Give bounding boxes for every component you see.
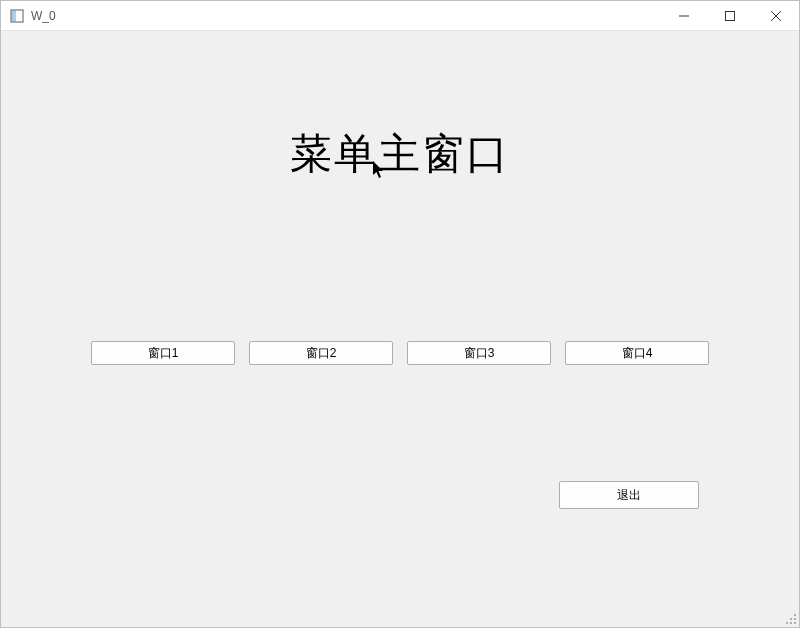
- svg-point-11: [794, 622, 796, 624]
- page-title: 菜单主窗口: [1, 126, 799, 182]
- svg-point-7: [790, 618, 792, 620]
- svg-rect-3: [726, 11, 735, 20]
- resize-grip-icon[interactable]: [783, 611, 797, 625]
- client-area: 菜单主窗口 窗口1 窗口2 窗口3 窗口4 退出: [1, 31, 799, 627]
- close-button[interactable]: [753, 1, 799, 30]
- svg-point-8: [794, 618, 796, 620]
- window-1-button[interactable]: 窗口1: [91, 341, 235, 365]
- minimize-button[interactable]: [661, 1, 707, 30]
- svg-rect-1: [11, 10, 16, 22]
- svg-point-9: [786, 622, 788, 624]
- exit-button[interactable]: 退出: [559, 481, 699, 509]
- window-3-button[interactable]: 窗口3: [407, 341, 551, 365]
- titlebar: W_0: [1, 1, 799, 31]
- maximize-button[interactable]: [707, 1, 753, 30]
- window-4-button[interactable]: 窗口4: [565, 341, 709, 365]
- window-2-button[interactable]: 窗口2: [249, 341, 393, 365]
- svg-point-6: [794, 614, 796, 616]
- window-title: W_0: [31, 9, 56, 23]
- window-buttons-row: 窗口1 窗口2 窗口3 窗口4: [91, 341, 709, 365]
- main-window: W_0 菜单主窗口 窗口1 窗口2 窗口3 窗口4 退出: [0, 0, 800, 628]
- app-icon: [9, 8, 25, 24]
- window-controls: [661, 1, 799, 30]
- svg-point-10: [790, 622, 792, 624]
